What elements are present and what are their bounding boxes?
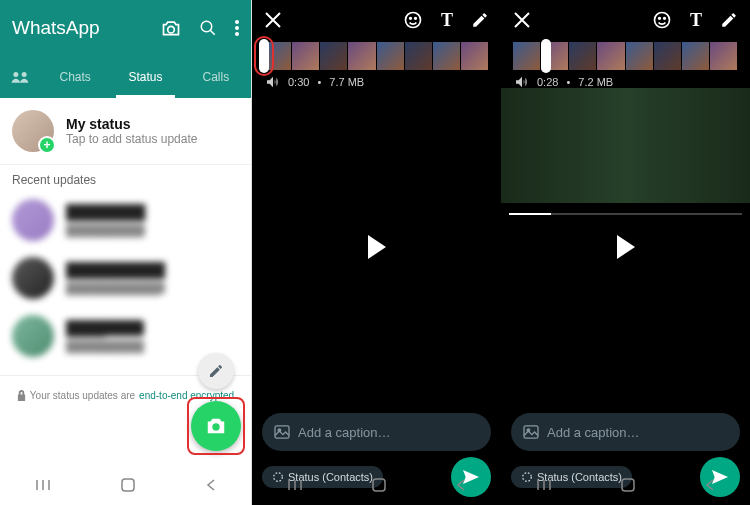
recent-updates-list: ██████████████████ █████████████████████…	[0, 191, 251, 365]
tab-calls[interactable]: Calls	[181, 56, 251, 98]
draw-tool-icon[interactable]	[471, 11, 489, 29]
recent-updates-label: Recent updates	[0, 165, 251, 191]
emoji-icon[interactable]	[403, 10, 423, 30]
more-icon[interactable]	[235, 20, 239, 36]
svg-rect-8	[122, 479, 134, 491]
svg-point-3	[235, 26, 239, 30]
home-nav-icon[interactable]	[372, 478, 386, 492]
svg-point-17	[659, 18, 661, 20]
video-frame	[501, 88, 750, 203]
list-item[interactable]: ██████████████████	[0, 191, 251, 249]
android-navbar	[0, 465, 251, 505]
svg-point-9	[405, 13, 420, 28]
svg-point-18	[664, 18, 666, 20]
my-status-row[interactable]: + My status Tap to add status update	[0, 98, 251, 165]
trim-handle-left[interactable]	[259, 39, 269, 73]
svg-rect-22	[622, 479, 634, 491]
home-nav-icon[interactable]	[621, 478, 635, 492]
text-tool-icon[interactable]: T	[690, 10, 702, 31]
play-icon[interactable]	[617, 235, 635, 259]
svg-point-4	[235, 32, 239, 36]
camera-icon[interactable]	[161, 19, 181, 37]
svg-rect-12	[275, 426, 289, 438]
recents-nav-icon[interactable]	[35, 478, 51, 492]
video-editor-trimmed-screen: T 0:28 • 7.2 MB Add a caption… Status (C…	[501, 0, 750, 505]
lock-icon	[17, 390, 26, 401]
video-duration: 0:28	[537, 76, 558, 88]
home-nav-icon[interactable]	[121, 478, 135, 492]
back-nav-icon[interactable]	[456, 478, 466, 492]
play-icon[interactable]	[368, 235, 386, 259]
draw-tool-icon[interactable]	[720, 11, 738, 29]
my-status-avatar: +	[12, 110, 54, 152]
video-size: 7.2 MB	[578, 76, 613, 88]
progress-bar[interactable]	[509, 213, 742, 215]
trim-handle-left[interactable]	[541, 39, 551, 73]
recents-nav-icon[interactable]	[536, 478, 552, 492]
tab-status[interactable]: Status	[110, 56, 180, 98]
video-trim-strip[interactable]	[513, 42, 738, 70]
video-duration: 0:30	[288, 76, 309, 88]
svg-point-10	[410, 18, 412, 20]
image-icon	[523, 425, 539, 439]
plus-badge-icon: +	[38, 136, 56, 154]
video-preview[interactable]	[252, 88, 501, 405]
camera-fab[interactable]	[191, 401, 241, 451]
svg-point-16	[654, 13, 669, 28]
svg-point-7	[212, 423, 219, 430]
android-navbar	[252, 465, 501, 505]
video-trim-strip[interactable]	[264, 42, 489, 70]
svg-point-0	[168, 26, 175, 33]
volume-icon[interactable]	[515, 76, 529, 88]
volume-icon[interactable]	[266, 76, 280, 88]
svg-point-5	[13, 72, 18, 77]
svg-point-6	[22, 72, 27, 77]
back-nav-icon[interactable]	[206, 478, 216, 492]
caption-input[interactable]: Add a caption…	[262, 413, 491, 451]
svg-point-11	[415, 18, 417, 20]
my-status-subtitle: Tap to add status update	[66, 132, 197, 146]
video-preview[interactable]	[501, 88, 750, 405]
close-icon[interactable]	[264, 11, 282, 29]
svg-rect-15	[373, 479, 385, 491]
text-tool-icon[interactable]: T	[441, 10, 453, 31]
search-icon[interactable]	[199, 19, 217, 37]
svg-point-1	[201, 21, 212, 32]
text-status-fab[interactable]	[198, 353, 234, 389]
close-icon[interactable]	[513, 11, 531, 29]
tab-chats[interactable]: Chats	[40, 56, 110, 98]
video-editor-screen: T 0:30 • 7.7 MB Add a caption… Status (C…	[252, 0, 501, 505]
emoji-icon[interactable]	[652, 10, 672, 30]
svg-point-2	[235, 20, 239, 24]
whatsapp-status-screen: WhatsApp Chats Status Calls + My status …	[0, 0, 252, 505]
android-navbar	[501, 465, 750, 505]
list-item[interactable]: ██████████████████████	[0, 249, 251, 307]
app-title: WhatsApp	[12, 17, 161, 39]
my-status-title: My status	[66, 116, 197, 132]
back-nav-icon[interactable]	[705, 478, 715, 492]
video-size: 7.7 MB	[329, 76, 364, 88]
recents-nav-icon[interactable]	[287, 478, 303, 492]
tabs: Chats Status Calls	[0, 56, 251, 98]
caption-input[interactable]: Add a caption…	[511, 413, 740, 451]
app-header: WhatsApp	[0, 0, 251, 56]
image-icon	[274, 425, 290, 439]
community-icon[interactable]	[0, 56, 40, 98]
svg-rect-19	[524, 426, 538, 438]
